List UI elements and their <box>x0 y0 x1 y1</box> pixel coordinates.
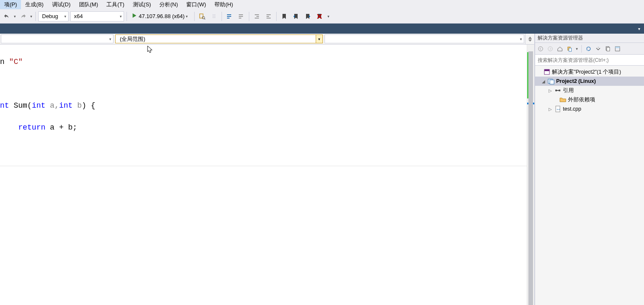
tree-row-external-deps[interactable]: 外部依赖项 <box>535 95 644 104</box>
editor-area: ▾ (全局范围) ▾ ▾ n "C" nt Sum(int a,int b) {… <box>0 34 535 305</box>
expander-open-icon[interactable]: ◢ <box>541 79 546 84</box>
toolbar-overflow-icon[interactable]: ▾ <box>326 14 331 19</box>
menu-bar: 项(P) 生成(B) 调试(D) 团队(M) 工具(T) 测试(S) 分析(N)… <box>0 0 644 9</box>
menu-item-tools[interactable]: 工具(T) <box>102 0 129 9</box>
chevron-down-icon[interactable]: ▾ <box>575 47 579 51</box>
toolbar-separator <box>35 12 36 21</box>
menu-item-analyze[interactable]: 分析(N) <box>155 0 182 9</box>
show-all-files-button[interactable] <box>603 44 612 53</box>
main-toolbar: ▾ ▾ Debug ▾ x64 ▾ 47.107.96.88 (x64) ▾ ⁝… <box>0 9 644 24</box>
undo-dropdown-icon[interactable]: ▾ <box>13 14 17 19</box>
menu-item-build[interactable]: 生成(B) <box>21 0 48 9</box>
bookmark-prev-button[interactable] <box>290 11 301 22</box>
cpp-file-icon: ++ <box>554 106 561 112</box>
svg-point-12 <box>548 46 553 51</box>
solution-search-input[interactable] <box>535 57 644 63</box>
sync-button[interactable] <box>565 44 574 53</box>
svg-rect-0 <box>200 14 203 18</box>
chevron-down-icon: ▾ <box>520 37 522 41</box>
nav-combo-member[interactable]: ▾ <box>325 34 524 43</box>
tree-label: 引用 <box>563 87 574 94</box>
increase-indent-button[interactable] <box>263 11 274 22</box>
toolbar-separator <box>249 12 249 21</box>
uncomment-button[interactable] <box>236 11 247 22</box>
tree-row-project[interactable]: ◢ Project2 (Linux) <box>535 77 644 86</box>
redo-button[interactable] <box>18 11 29 22</box>
home-button[interactable] <box>555 44 565 53</box>
solution-explorer-panel: 解决方案资源管理器 ▾ 解决方案"Project2"(1 个项目) <box>535 34 644 305</box>
panel-toolbar: ▾ <box>535 43 644 55</box>
code-token: "C" <box>9 58 23 66</box>
refresh-button[interactable] <box>584 44 593 53</box>
decrease-indent-button[interactable] <box>251 11 262 22</box>
expander-closed-icon[interactable]: ▷ <box>548 107 553 111</box>
menu-item-help[interactable]: 帮助(H) <box>210 0 237 9</box>
tree-label: 外部依赖项 <box>568 96 595 103</box>
menu-item-test[interactable]: 测试(S) <box>129 0 155 9</box>
svg-rect-18 <box>615 46 620 48</box>
svg-point-11 <box>538 46 543 51</box>
editor-scrollbar[interactable] <box>527 45 534 305</box>
bookmark-clear-button[interactable] <box>314 11 325 22</box>
toggle-whitespace-button[interactable]: ⁝⁝ <box>209 11 219 22</box>
toolbar-separator <box>127 12 127 21</box>
solution-config-value: Debug <box>42 13 58 19</box>
find-in-files-button[interactable] <box>197 11 208 22</box>
svg-rect-5 <box>227 18 230 19</box>
code-end-rule <box>0 166 527 166</box>
menu-item-debug[interactable]: 调试(D) <box>48 0 75 9</box>
toolbar-separator <box>581 45 582 53</box>
solution-config-dropdown[interactable]: Debug ▾ <box>38 11 69 21</box>
play-icon <box>131 13 137 20</box>
svg-rect-3 <box>227 14 231 15</box>
panel-search[interactable] <box>535 55 644 66</box>
code-token: b <box>73 101 82 110</box>
bookmark-next-button[interactable] <box>302 11 313 22</box>
solution-platform-dropdown[interactable]: x64 ▾ <box>70 11 124 21</box>
bookmark-toggle-button[interactable] <box>279 11 290 22</box>
svg-rect-6 <box>239 14 243 15</box>
chevron-down-icon: ▾ <box>109 37 111 41</box>
nav-combo-project[interactable]: ▾ <box>1 34 113 43</box>
collapse-all-button[interactable] <box>594 44 603 53</box>
tabstrip-dropdown-icon[interactable]: ▾ <box>636 27 644 31</box>
menu-item-window[interactable]: 窗口(W) <box>182 0 210 9</box>
code-nav-bar: ▾ (全局范围) ▾ ▾ <box>0 34 534 45</box>
expander-closed-icon[interactable]: ▷ <box>548 88 553 93</box>
code-editor[interactable]: n "C" nt Sum(int a,int b) { return a + b… <box>0 45 527 305</box>
comment-button[interactable] <box>224 11 235 22</box>
code-token: ( <box>27 101 32 110</box>
nav-back-button[interactable] <box>536 44 545 53</box>
nav-forward-button[interactable] <box>546 44 555 53</box>
svg-rect-23 <box>555 90 557 91</box>
chevron-down-icon: ▾ <box>120 14 122 19</box>
svg-rect-16 <box>607 47 610 51</box>
undo-button[interactable] <box>1 11 12 22</box>
solution-icon <box>544 69 550 75</box>
start-target-label: 47.107.96.88 (x64) <box>139 13 185 19</box>
menu-item-project[interactable]: 项(P) <box>0 0 21 9</box>
tree-label: 解决方案"Project2"(1 个项目) <box>552 69 621 76</box>
code-token: return <box>18 123 45 132</box>
svg-line-2 <box>204 19 205 19</box>
tree-row-solution[interactable]: 解决方案"Project2"(1 个项目) <box>535 67 644 77</box>
code-token: nt <box>0 101 13 110</box>
start-debug-button[interactable]: 47.107.96.88 (x64) ▾ <box>129 11 192 21</box>
tree-row-references[interactable]: ▷ 引用 <box>535 86 644 95</box>
menu-item-team[interactable]: 团队(M) <box>75 0 103 9</box>
document-tab-strip: ▾ <box>0 24 644 34</box>
code-token: Sum <box>13 101 27 110</box>
nav-combo-scope[interactable]: (全局范围) ▾ <box>115 34 323 43</box>
code-token: n <box>0 58 9 66</box>
svg-rect-24 <box>559 90 560 91</box>
split-view-button[interactable] <box>525 34 534 44</box>
tree-row-file[interactable]: ▷ ++ test.cpp <box>535 104 644 114</box>
scrollbar-thumb[interactable] <box>528 51 533 305</box>
code-token: ) { <box>82 101 95 110</box>
redo-dropdown-icon[interactable]: ▾ <box>29 14 34 19</box>
svg-text:++: ++ <box>557 108 560 111</box>
chevron-down-icon: ▾ <box>185 14 189 19</box>
properties-button[interactable] <box>613 44 622 53</box>
solution-tree[interactable]: 解决方案"Project2"(1 个项目) ◢ Project2 (Linux)… <box>535 66 644 305</box>
code-token <box>0 123 18 132</box>
